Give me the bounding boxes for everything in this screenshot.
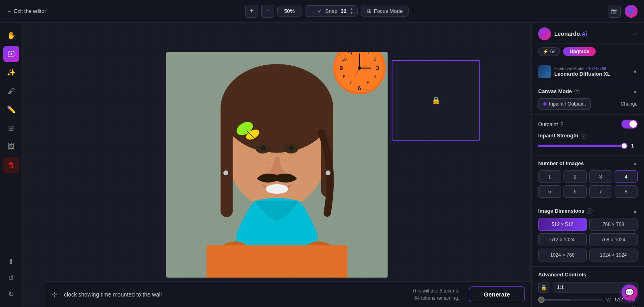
outpaint-toggle-row: Outpaint ?: [538, 120, 638, 129]
num-btn-6[interactable]: 6: [564, 185, 586, 198]
num-btn-8[interactable]: 8: [615, 185, 638, 198]
snap-up-button[interactable]: ▲: [350, 7, 353, 11]
dim-btn-1024x1024[interactable]: 1024 × 1024: [589, 249, 638, 261]
snap-container: ⬚ ✔ Snap 32 ▲ ▼: [305, 5, 358, 17]
model-type: Finetuned Model +1024×768: [554, 66, 629, 71]
zoom-minus-button[interactable]: −: [261, 5, 274, 18]
focus-mode-label: Focus Mode: [374, 8, 403, 14]
tool-delete[interactable]: 🗑: [3, 157, 19, 173]
image-dimensions-chevron[interactable]: ▲: [633, 208, 638, 214]
image-dimensions-grid: 512 × 512 768 × 768 512 × 1024 768 × 102…: [538, 218, 638, 261]
svg-text:11: 11: [348, 52, 353, 56]
user-avatar-top[interactable]: 👤: [625, 5, 638, 18]
number-of-images-chevron[interactable]: ▲: [633, 161, 638, 166]
model-row: Finetuned Model +1024×768 Leonardo Diffu…: [532, 61, 644, 83]
dim-btn-768x1024[interactable]: 768 × 1024: [589, 233, 638, 246]
token-line2: 64 tokens remaining.: [412, 295, 459, 302]
snap-label: Snap: [325, 8, 337, 14]
inpaint-strength-slider-row: 1: [538, 143, 638, 149]
tool-layout[interactable]: ⊞: [3, 120, 19, 136]
tool-download[interactable]: ⬇: [3, 254, 19, 270]
exit-icon: ←: [6, 8, 12, 14]
change-mode-button[interactable]: Change: [621, 101, 638, 107]
user-name: Leonardo.Ai: [554, 31, 587, 37]
mode-dot: [543, 102, 547, 106]
panel-collapse-button[interactable]: ↔: [632, 31, 638, 37]
focus-mode-icon: ⊞: [367, 8, 372, 14]
num-btn-4[interactable]: 4: [615, 170, 638, 183]
num-btn-3[interactable]: 3: [589, 170, 612, 183]
dim-btn-768x768[interactable]: 768 × 768: [589, 218, 638, 231]
token-info: This will use 8 tokens. 64 tokens remain…: [412, 287, 459, 302]
num-btn-7[interactable]: 7: [589, 185, 612, 198]
dim-btn-1024x768[interactable]: 1024 × 768: [538, 249, 587, 261]
tool-brush[interactable]: 🖌: [3, 83, 19, 99]
inpaint-strength-track[interactable]: [538, 145, 627, 147]
num-btn-2[interactable]: 2: [564, 170, 586, 183]
svg-text:3: 3: [376, 65, 379, 71]
zoom-plus-button[interactable]: +: [245, 5, 258, 18]
outpaint-lock-icon: 🔒: [431, 96, 440, 105]
lock-button[interactable]: 🔒: [538, 282, 549, 293]
wh-link-row: ⇔: [538, 304, 638, 307]
camera-button[interactable]: 📷: [608, 5, 621, 18]
chat-bubble-button[interactable]: 💬: [621, 284, 638, 301]
snap-icon: ⬚: [309, 8, 314, 15]
outpaint-label: Outpaint ?: [538, 121, 563, 127]
svg-point-11: [268, 162, 270, 164]
tool-magic[interactable]: ✨: [3, 64, 19, 81]
svg-text:2: 2: [374, 57, 376, 62]
tool-select[interactable]: [3, 46, 19, 62]
generate-button[interactable]: Generate: [469, 286, 525, 302]
user-avatar-panel: [538, 27, 551, 40]
top-bar-right: 📷 👤: [608, 5, 638, 18]
image-dimensions-info-icon[interactable]: ?: [587, 208, 592, 214]
ratio-value: 1:1: [557, 284, 564, 290]
inpaint-strength-thumb[interactable]: [621, 143, 627, 149]
canvas-image-wrapper: 12 3 6 9 1 2 4 5 7 8 10 11: [166, 52, 388, 278]
inpaint-outpaint-button[interactable]: Inpaint / Outpaint: [538, 98, 591, 110]
model-info: Finetuned Model +1024×768 Leonardo Diffu…: [554, 66, 629, 77]
width-label: W: [606, 297, 612, 303]
inpaint-strength-title: Inpaint Strength ?: [538, 133, 586, 139]
snap-check-icon: ✔: [318, 8, 322, 14]
exit-editor-button[interactable]: ← Exit the editor: [6, 8, 46, 14]
prompt-bar: ⊹ This will use 8 tokens. 64 tokens rema…: [45, 281, 531, 307]
num-btn-1[interactable]: 1: [538, 170, 561, 183]
num-btn-5[interactable]: 5: [538, 185, 561, 198]
width-thumb[interactable]: [538, 297, 545, 303]
canvas-mode-header: Canvas Mode ? ▲: [538, 88, 638, 94]
outpaint-toggle[interactable]: [621, 120, 638, 129]
canvas-mode-info-icon[interactable]: ?: [574, 89, 580, 94]
svg-text:10: 10: [342, 57, 347, 62]
zoom-display: 50%: [277, 6, 301, 17]
focus-mode-button[interactable]: ⊞ Focus Mode: [361, 6, 409, 17]
svg-text:9: 9: [340, 65, 343, 71]
model-chevron-icon[interactable]: ▼: [632, 69, 638, 75]
snap-arrows: ▲ ▼: [350, 7, 353, 15]
canvas-area[interactable]: 12 3 6 9 1 2 4 5 7 8 10 11: [23, 23, 531, 307]
number-of-images-title: Number of Images: [538, 160, 584, 166]
tool-undo[interactable]: ↺: [3, 270, 19, 286]
snap-down-button[interactable]: ▼: [350, 11, 353, 15]
main-image: 12 3 6 9 1 2 4 5 7 8 10 11: [166, 52, 388, 278]
tool-move[interactable]: ✋: [3, 27, 19, 44]
width-track[interactable]: [538, 299, 603, 301]
right-panel: Leonardo.Ai ↔ ⚡ 64 Upgrade Finetuned Mod…: [531, 23, 644, 307]
outpaint-toggle-thumb: [630, 120, 637, 128]
tool-image[interactable]: 🖼: [3, 139, 19, 155]
model-name: Leonardo Diffusion XL: [554, 71, 629, 77]
outpaint-info-icon[interactable]: ?: [560, 121, 563, 127]
tool-pen[interactable]: ✏️: [3, 102, 19, 118]
upgrade-button[interactable]: Upgrade: [563, 47, 596, 56]
inpaint-strength-info-icon[interactable]: ?: [581, 133, 586, 139]
dim-btn-512x512[interactable]: 512 × 512: [538, 218, 587, 231]
token-badge: ⚡ 64: [538, 47, 560, 56]
canvas-mode-chevron[interactable]: ▲: [633, 89, 638, 94]
image-dimensions-header: Image Dimensions ? ▲: [538, 208, 638, 214]
dim-btn-512x1024[interactable]: 512 × 1024: [538, 233, 587, 246]
model-avatar: [538, 65, 551, 78]
prompt-input[interactable]: [64, 291, 406, 298]
adjust-icon: ⊹: [52, 290, 58, 299]
tool-redo[interactable]: ↻: [3, 286, 19, 302]
